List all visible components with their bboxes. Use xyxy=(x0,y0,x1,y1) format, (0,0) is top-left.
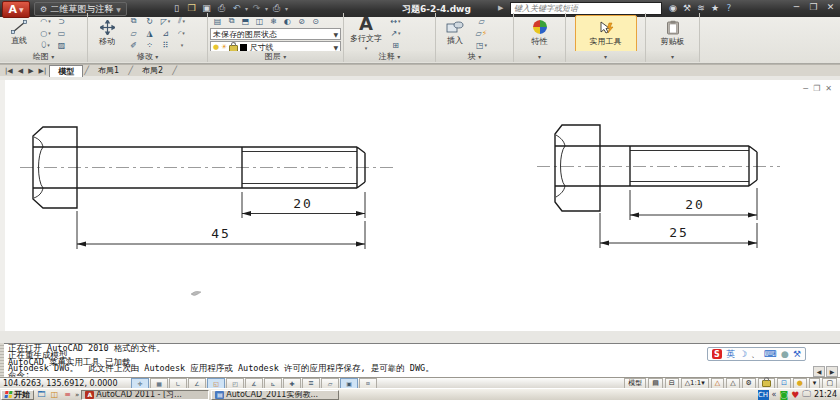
layer-unlock-icon[interactable]: ⊙ xyxy=(310,15,321,27)
dim-text[interactable]: 45 xyxy=(211,226,231,241)
task-button-autocad[interactable]: A AutoCAD 2011 - [习... xyxy=(81,390,209,400)
dim-text[interactable]: 20 xyxy=(685,197,705,212)
quickprops-toggle[interactable]: ▣ xyxy=(340,378,358,389)
tray-collapse-icon[interactable]: « xyxy=(772,390,777,399)
block-attributes-icon[interactable]: ◳▾ xyxy=(474,39,489,51)
chevron-down-icon[interactable]: ▾ xyxy=(265,5,268,12)
trim-icon[interactable]: ◸▾ xyxy=(158,15,173,27)
annotation-visibility-icon[interactable]: △ xyxy=(711,378,724,389)
close-button[interactable]: ✕ xyxy=(824,2,837,12)
layer-off-icon[interactable]: ◐ xyxy=(282,15,293,27)
transparency-toggle[interactable]: ▱ xyxy=(321,378,339,389)
annotation-scale-control[interactable]: △ 1:1 ▾ xyxy=(681,378,709,389)
drawing-canvas[interactable]: ─ ❐ ✕ xyxy=(0,80,840,331)
scroll-right-icon[interactable]: ▶ xyxy=(826,366,838,377)
tab-model[interactable]: 模型 xyxy=(49,65,83,77)
last-tab-icon[interactable]: ▶| xyxy=(37,67,49,75)
explode-icon[interactable]: ⁘ xyxy=(142,39,157,51)
tray-green-icon[interactable]: ◙ xyxy=(779,390,788,400)
panel-label-layers[interactable]: 图层 ▾ xyxy=(208,51,343,62)
layer-lock-icon[interactable]: ⊘ xyxy=(296,15,307,27)
status-overflow-icon[interactable]: ▾ xyxy=(809,378,821,389)
clock[interactable]: 21:24 xyxy=(814,390,837,399)
layer-freeze-icon[interactable]: ❄ xyxy=(268,15,279,27)
arc-icon[interactable]: ◠▾ xyxy=(38,15,53,27)
layer-prev-icon[interactable]: ⬒ xyxy=(240,15,251,27)
selectioncycling-toggle[interactable]: ⧈ xyxy=(359,378,377,389)
panel-label-draw[interactable]: 绘图 ▾ xyxy=(0,51,87,62)
copy-icon[interactable]: ⧉ xyxy=(126,15,141,27)
first-tab-icon[interactable]: |◀ xyxy=(3,67,15,75)
infocenter-expand-icon[interactable]: ▶ xyxy=(498,4,503,12)
otrack-toggle[interactable]: ∡ xyxy=(245,378,263,389)
scroll-left-icon[interactable]: ◀ xyxy=(813,366,825,377)
line-button[interactable]: 直线 xyxy=(2,15,36,51)
move-button[interactable]: 移动 xyxy=(90,15,124,51)
lwt-toggle[interactable]: 〓 xyxy=(302,378,320,389)
coordinates-readout[interactable]: 104.6263, 135.6912, 0.0000 xyxy=(3,379,131,388)
tray-display-icon[interactable]: 🖵 xyxy=(802,389,811,400)
mtext-button[interactable]: A 多行文字 ▾ xyxy=(346,15,386,51)
model-space-button[interactable]: 模型 xyxy=(624,378,646,389)
circle-icon[interactable]: ○▾ xyxy=(38,27,53,39)
ime-settings-wrench-icon[interactable]: ⚒ xyxy=(793,349,801,359)
dim-text[interactable]: 20 xyxy=(293,196,313,211)
search-icon[interactable]: ◉ xyxy=(666,3,680,13)
dim-text[interactable]: 25 xyxy=(669,225,689,240)
hardware-acceleration-icon[interactable]: ⊡ xyxy=(777,378,791,389)
insert-block-button[interactable]: 插入 xyxy=(438,15,472,51)
command-scrollbar[interactable]: ◀ ▶ xyxy=(813,366,838,377)
chevron-down-icon[interactable]: ▾ xyxy=(285,5,288,12)
table-icon[interactable]: ⊞ xyxy=(388,39,403,51)
subscription-wrench-icon[interactable]: ⚒ xyxy=(680,3,694,13)
osnap-toggle[interactable]: ◱ xyxy=(207,378,225,389)
task-button-document[interactable]: ▤ AutoCAD_2011实例教... xyxy=(211,390,339,400)
favorites-star-icon[interactable]: ★ xyxy=(708,3,722,13)
help-button[interactable]: ? xyxy=(722,3,736,13)
leader-icon[interactable]: ↗▾ xyxy=(388,27,403,39)
restore-button[interactable]: ❐ xyxy=(807,2,820,12)
grid-toggle[interactable]: ▦ xyxy=(150,378,168,389)
clipboard-button[interactable]: 剪贴板 xyxy=(656,15,690,51)
rectangle-icon[interactable]: ▭ xyxy=(54,27,69,39)
ime-softkeyboard-icon[interactable]: ⌨ xyxy=(764,349,777,359)
offset-icon[interactable]: ⫽▾ xyxy=(174,15,189,27)
communication-center-icon[interactable]: ≋ xyxy=(694,3,708,13)
command-window[interactable]: 正在打开 AutoCAD 2010 格式的文件。 正在重生成模型。 AutoCA… xyxy=(0,343,840,378)
quicklaunch-chevron-icon[interactable]: » xyxy=(75,391,79,399)
language-indicator[interactable]: CH xyxy=(758,390,769,400)
tray-security-icon[interactable]: ♥ xyxy=(791,390,799,400)
snap-toggle[interactable]: ✛ xyxy=(131,378,149,389)
bolt-right[interactable]: 20 25 xyxy=(537,125,780,248)
layer-isolate-icon[interactable]: ◫ xyxy=(254,15,265,27)
doc-close-button[interactable]: ✕ xyxy=(825,84,832,93)
create-block-icon[interactable]: ▱ xyxy=(474,15,489,27)
ime-language-toggle[interactable]: 英 xyxy=(726,348,735,361)
layer-properties-icon[interactable]: ▤ xyxy=(212,15,223,27)
ime-toolbar[interactable]: S 英 ☽ 、 ⌨ ● ⚒ xyxy=(707,347,806,361)
ortho-toggle[interactable]: ∟ xyxy=(169,378,187,389)
folders-icon[interactable]: ≡ xyxy=(62,390,73,399)
panel-label-modify[interactable]: 修改 ▾ xyxy=(88,51,207,62)
ducs-toggle[interactable]: ⊾ xyxy=(264,378,282,389)
bolt-left[interactable]: 20 45 xyxy=(20,127,393,249)
ime-logo-icon[interactable]: S xyxy=(712,349,722,359)
erase-icon[interactable]: ✐ xyxy=(126,39,141,51)
ime-user-icon[interactable]: ● xyxy=(781,349,789,359)
array-icon[interactable]: ⠿ xyxy=(158,39,173,51)
panel-label-properties[interactable]: ▾ xyxy=(514,51,565,62)
quick-view-layouts-icon[interactable]: ▤ xyxy=(648,378,663,389)
mirror-icon[interactable]: ◮ xyxy=(142,27,157,39)
quick-view-drawings-icon[interactable]: ⊟ xyxy=(665,378,679,389)
polar-toggle[interactable]: ∠ xyxy=(188,378,206,389)
performance-bulb-icon[interactable]: ● xyxy=(793,378,807,389)
clean-screen-button[interactable]: ▢ xyxy=(822,378,837,389)
stretch-icon[interactable]: ▱ xyxy=(126,27,141,39)
panel-label-annotate[interactable]: 注释 ▾ xyxy=(344,51,435,62)
tab-layout2[interactable]: 布局2 xyxy=(134,65,171,76)
prev-tab-icon[interactable]: ◀ xyxy=(16,67,25,75)
show-desktop-icon[interactable]: 🗔 xyxy=(36,390,47,399)
ellipse-icon[interactable]: ⬯▾ xyxy=(38,39,53,51)
chevron-down-icon[interactable]: ▾ xyxy=(245,5,248,12)
ime-fullhalf-icon[interactable]: ☽ xyxy=(739,349,747,359)
